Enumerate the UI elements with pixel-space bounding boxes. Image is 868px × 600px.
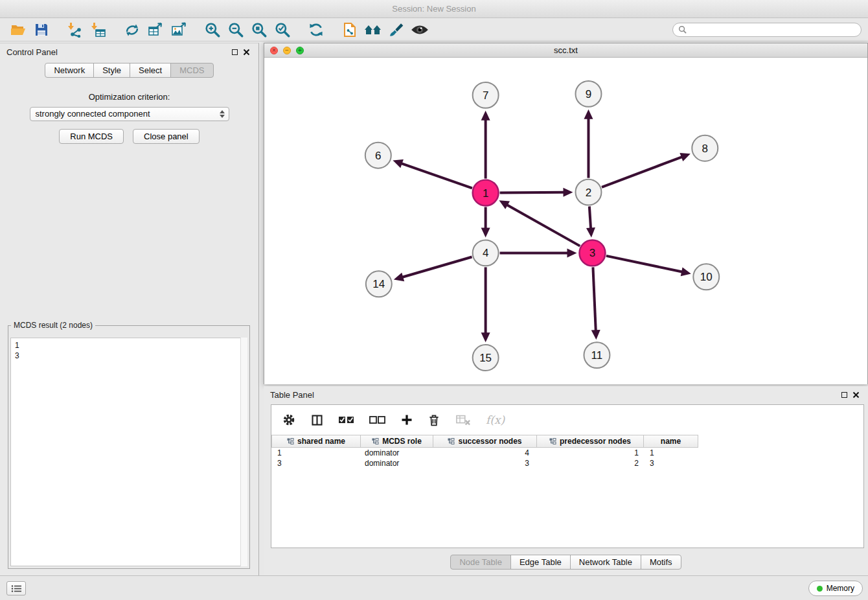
result-line: 3: [15, 351, 243, 361]
plus-icon: [400, 413, 413, 426]
cell-successor-nodes[interactable]: 3: [433, 458, 537, 468]
table-row[interactable]: 3 dominator 3 2 3: [271, 458, 863, 468]
close-panel-action-button[interactable]: Close panel: [133, 129, 200, 144]
create-column-button[interactable]: [400, 411, 413, 429]
import-network-button[interactable]: [63, 20, 87, 40]
close-panel-button[interactable]: [240, 46, 252, 58]
graph-node-1[interactable]: 1: [473, 180, 499, 206]
float-table-panel-button[interactable]: [838, 389, 850, 400]
close-window-button[interactable]: ×: [270, 47, 278, 54]
graph-node-2[interactable]: 2: [575, 179, 601, 205]
export-table-button[interactable]: [144, 20, 167, 40]
memory-button[interactable]: Memory: [808, 581, 863, 596]
graph-node-10[interactable]: 10: [693, 264, 719, 290]
tab-select[interactable]: Select: [130, 63, 171, 78]
column-header-mcds-role[interactable]: MCDS role: [361, 435, 433, 448]
network-window-titlebar[interactable]: × − + scc.txt: [264, 43, 867, 58]
table-settings-button[interactable]: [282, 411, 296, 429]
first-steps-button[interactable]: [338, 20, 361, 40]
table-panel-title: Table Panel: [270, 390, 314, 400]
result-scrollbar[interactable]: [240, 338, 247, 566]
delete-table-button[interactable]: [455, 411, 472, 429]
show-graphics-button[interactable]: [408, 20, 431, 40]
graph-node-3[interactable]: 3: [579, 240, 605, 266]
run-mcds-button[interactable]: Run MCDS: [59, 129, 124, 144]
style-brush-button[interactable]: [385, 20, 408, 40]
network-graph-canvas[interactable]: 7968124314101511: [264, 58, 867, 384]
deselect-all-columns-button[interactable]: [369, 411, 386, 429]
tab-motifs[interactable]: Motifs: [641, 555, 681, 570]
graph-node-7[interactable]: 7: [473, 82, 499, 108]
column-header-predecessor-nodes[interactable]: predecessor nodes: [537, 435, 644, 448]
export-image-button[interactable]: [167, 20, 190, 40]
network-view-window: × − + scc.txt 7968124314101511: [264, 43, 868, 384]
tab-network-table[interactable]: Network Table: [570, 555, 641, 570]
tab-mcds[interactable]: MCDS: [170, 63, 213, 78]
maximize-window-button[interactable]: +: [296, 47, 304, 54]
tab-edge-table[interactable]: Edge Table: [510, 555, 571, 570]
graph-node-15[interactable]: 15: [473, 345, 499, 371]
refresh-button[interactable]: [304, 20, 328, 40]
graph-edge-2-8[interactable]: [602, 157, 683, 187]
zoom-fit-icon: [251, 21, 268, 38]
minimize-window-button[interactable]: −: [283, 47, 291, 54]
table-row[interactable]: 1 dominator 4 1 1: [271, 448, 863, 458]
cell-shared-name[interactable]: 1: [271, 448, 361, 458]
search-input[interactable]: [690, 25, 856, 34]
column-header-shared-name[interactable]: shared name: [271, 435, 361, 448]
graph-edge-2-3[interactable]: [589, 206, 591, 229]
cell-shared-name[interactable]: 3: [271, 458, 361, 468]
graph-node-4[interactable]: 4: [473, 240, 499, 266]
save-icon: [34, 22, 49, 38]
tab-network[interactable]: Network: [45, 63, 94, 78]
float-panel-button[interactable]: [229, 46, 240, 58]
zoom-selected-button[interactable]: [271, 20, 294, 40]
new-network-button[interactable]: [120, 20, 144, 40]
cell-mcds-role[interactable]: dominator: [361, 448, 433, 458]
show-columns-button[interactable]: [310, 411, 324, 429]
column-header-name[interactable]: name: [644, 435, 698, 448]
node-label: 2: [586, 187, 591, 199]
graph-edge-3-10[interactable]: [606, 256, 683, 272]
close-icon: [243, 49, 250, 56]
open-session-button[interactable]: [6, 20, 30, 40]
task-history-button[interactable]: [6, 581, 26, 595]
zoom-in-button[interactable]: [201, 20, 224, 40]
cell-successor-nodes[interactable]: 4: [433, 448, 537, 458]
close-table-panel-button[interactable]: [850, 389, 862, 400]
import-table-button[interactable]: [87, 20, 110, 40]
save-session-button[interactable]: [30, 20, 53, 40]
graph-node-9[interactable]: 9: [575, 81, 601, 107]
graph-edge-1-2[interactable]: [500, 192, 565, 193]
cell-name[interactable]: 3: [644, 458, 698, 468]
zoom-out-button[interactable]: [224, 20, 247, 40]
home-button[interactable]: [361, 20, 385, 40]
graph-node-6[interactable]: 6: [365, 143, 391, 168]
cell-mcds-role[interactable]: dominator: [361, 458, 433, 468]
graph-edge-3-11[interactable]: [593, 267, 595, 331]
graph-edge-4-14[interactable]: [402, 257, 472, 277]
cell-predecessor-nodes[interactable]: 2: [537, 458, 644, 468]
mcds-result-list[interactable]: 1 3: [10, 338, 247, 566]
select-all-columns-button[interactable]: [338, 411, 355, 429]
criterion-select[interactable]: strongly connected component: [30, 107, 229, 121]
graph-node-11[interactable]: 11: [584, 342, 610, 368]
edge-arrow-icon: [394, 273, 404, 281]
trash-icon: [428, 413, 440, 427]
cell-predecessor-nodes[interactable]: 1: [537, 448, 644, 458]
zoom-fit-button[interactable]: [247, 20, 271, 40]
graph-node-8[interactable]: 8: [692, 135, 718, 161]
column-header-successor-nodes[interactable]: successor nodes: [433, 435, 537, 448]
column-label: successor nodes: [458, 437, 521, 446]
result-line: 1: [15, 340, 243, 351]
function-builder-button[interactable]: f(x): [486, 411, 505, 429]
search-box[interactable]: [672, 23, 862, 37]
tab-node-table[interactable]: Node Table: [450, 555, 511, 570]
graph-edge-1-6[interactable]: [401, 163, 472, 188]
delete-column-button[interactable]: [428, 411, 440, 429]
graph-node-14[interactable]: 14: [366, 271, 392, 297]
graph-edge-3-1[interactable]: [507, 205, 580, 246]
cell-name[interactable]: 1: [644, 448, 698, 458]
tab-style[interactable]: Style: [93, 63, 130, 78]
main-toolbar: [0, 18, 868, 41]
